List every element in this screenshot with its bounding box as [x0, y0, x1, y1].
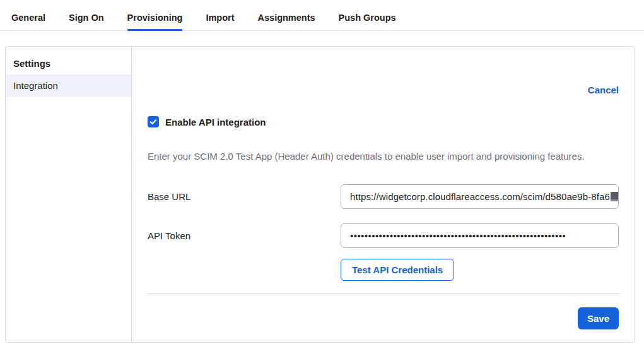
cancel-link[interactable]: Cancel — [588, 85, 619, 95]
tab-import[interactable]: Import — [206, 13, 234, 30]
tab-sign-on[interactable]: Sign On — [69, 13, 104, 30]
text-overflow-marker — [611, 192, 619, 201]
base-url-row: Base URL https://widgetcorp.cloudflareac… — [148, 184, 619, 209]
integration-settings-form: Cancel Enable API integration Enter your… — [132, 47, 635, 342]
test-credentials-row: Test API Credentials — [341, 259, 619, 281]
base-url-input[interactable]: https://widgetcorp.cloudflareaccess.com/… — [341, 184, 619, 209]
tab-provisioning[interactable]: Provisioning — [127, 13, 183, 30]
settings-sidebar: Settings Integration — [6, 47, 132, 342]
enable-api-integration-label: Enable API integration — [165, 117, 266, 127]
api-token-label: API Token — [148, 230, 190, 241]
base-url-value: https://widgetcorp.cloudflareaccess.com/… — [350, 191, 610, 202]
checkmark-icon — [149, 118, 157, 126]
api-token-masked-value: ••••••••••••••••••••••••••••••••••••••••… — [350, 230, 566, 241]
credentials-description: Enter your SCIM 2.0 Test App (Header Aut… — [148, 151, 619, 162]
tab-push-groups[interactable]: Push Groups — [339, 13, 396, 30]
form-divider — [148, 293, 619, 294]
save-button[interactable]: Save — [578, 307, 619, 329]
provisioning-panel: Settings Integration Cancel Enable API i… — [5, 46, 635, 343]
test-api-credentials-button[interactable]: Test API Credentials — [341, 259, 454, 281]
enable-api-integration-row: Enable API integration — [148, 116, 619, 127]
cancel-row: Cancel — [148, 85, 619, 96]
api-token-row: API Token ••••••••••••••••••••••••••••••… — [148, 223, 619, 248]
api-token-input[interactable]: ••••••••••••••••••••••••••••••••••••••••… — [341, 223, 619, 248]
base-url-label: Base URL — [148, 191, 190, 202]
tab-general[interactable]: General — [11, 13, 45, 30]
save-row: Save — [148, 307, 619, 329]
sidebar-header-settings: Settings — [6, 52, 131, 74]
app-tab-bar: General Sign On Provisioning Import Assi… — [0, 0, 644, 31]
enable-api-integration-checkbox[interactable] — [148, 116, 159, 127]
tab-assignments[interactable]: Assignments — [258, 13, 315, 30]
sidebar-item-integration[interactable]: Integration — [6, 74, 131, 97]
